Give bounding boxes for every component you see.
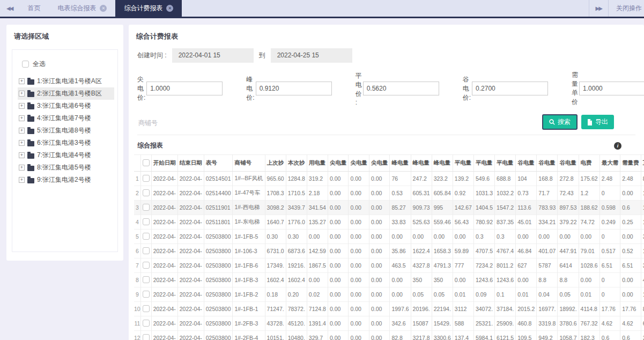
table-cell: 0.00 [369, 331, 390, 340]
table-cell: 0.00 [328, 331, 349, 340]
tab-2[interactable]: 综合计费报表✕ [115, 0, 182, 17]
select-all-checkbox[interactable] [22, 61, 29, 68]
table-cell: 247.2 [411, 172, 432, 186]
table-cell: 02514400 [204, 186, 233, 201]
expand-icon[interactable]: + [19, 177, 25, 183]
expand-icon[interactable]: + [19, 115, 25, 121]
expand-icon[interactable]: + [19, 152, 25, 158]
tree-item-7[interactable]: +7:张江集电港4号楼 [18, 149, 114, 161]
page-title: 综合计费报表 [129, 25, 644, 46]
table-cell: 2022-04- [177, 273, 204, 287]
sharp-price-input[interactable] [146, 82, 223, 95]
valley-price-input[interactable] [472, 82, 548, 95]
sharp-price-label: 尖电价: [137, 75, 145, 102]
row-checkbox[interactable] [143, 320, 150, 327]
table-cell: 272.8 [558, 172, 579, 186]
export-file-icon [587, 119, 593, 125]
row-checkbox[interactable] [143, 189, 150, 196]
table-cell: 965.60 [265, 172, 286, 186]
table-cell: 02503800 [204, 244, 233, 258]
select-all-rows-checkbox[interactable] [143, 159, 150, 166]
table-cell: 1#-2FB-3 [233, 316, 265, 331]
row-checkbox[interactable] [143, 218, 150, 225]
tree-item-6[interactable]: +6:张江集电港3号楼 [18, 137, 114, 149]
date-from-field[interactable]: 2022-04-01 15 [172, 48, 254, 63]
row-checkbox[interactable] [143, 305, 150, 312]
table-cell: 0.1 [495, 287, 516, 302]
checkbox-header [140, 155, 151, 172]
search-button[interactable]: 搜索 [542, 114, 578, 130]
tab-0[interactable]: 首页 [19, 0, 49, 17]
expand-icon[interactable]: + [19, 128, 25, 134]
export-button[interactable]: 导出 [581, 115, 614, 129]
tree-item-3[interactable]: +3:张江集电港6号楼 [18, 100, 114, 112]
table-cell: 1776.0 [286, 215, 307, 230]
table-cell: 15087 [411, 316, 432, 331]
table-cell: 1 [641, 244, 644, 258]
scroll-tabs-right-icon[interactable]: ▶▶ [589, 0, 608, 17]
row-checkbox[interactable] [143, 247, 150, 254]
demand-price-input[interactable] [579, 82, 644, 95]
table-cell: 605.84 [432, 186, 453, 201]
table-cell: 2022-04- [151, 244, 177, 258]
row-checkbox-cell [140, 172, 151, 186]
tree-item-5[interactable]: +5:张江集电港8号楼 [18, 124, 114, 137]
table-cell: 2015.2 [516, 302, 537, 316]
row-checkbox[interactable] [143, 233, 150, 240]
table-cell: 0.04 [537, 287, 558, 302]
table-cell: 2022-04- [177, 230, 204, 244]
table-cell: 30 [641, 230, 644, 244]
table-cell: 2022-04- [177, 258, 204, 273]
peak-price-field-group: 峰电价: [246, 75, 331, 102]
row-checkbox[interactable] [143, 276, 150, 283]
tree-item-2[interactable]: +2:张江集电港1号楼B区 [18, 87, 114, 100]
row-checkbox[interactable] [143, 291, 150, 298]
peak-price-input[interactable] [256, 82, 332, 95]
table-cell: 0.00 [369, 302, 390, 316]
search-button-label: 搜索 [558, 117, 571, 127]
expand-icon[interactable]: + [19, 91, 25, 97]
info-icon[interactable]: i [614, 142, 621, 150]
tab-close-icon[interactable]: ✕ [166, 5, 173, 12]
flat-price-input[interactable] [363, 82, 439, 95]
region-panel: 请选择区域 全选 +1:张江集电港1号楼A区+2:张江集电港1号楼B区+3:张江… [6, 25, 123, 261]
tree-item-4[interactable]: +4:张江集电港7号楼 [18, 112, 114, 124]
region-tree: 全选 +1:张江集电港1号楼A区+2:张江集电港1号楼B区+3:张江集电港6号楼… [12, 49, 118, 252]
table-cell: 168.8 [537, 172, 558, 186]
col-header-4: 上次抄 [265, 155, 286, 172]
table-cell: 2022-04- [151, 287, 177, 302]
table-cell: 0.00 [328, 215, 349, 230]
expand-icon[interactable]: + [19, 103, 25, 109]
table-cell: 1#-1FB-2 [233, 287, 265, 302]
row-checkbox[interactable] [143, 334, 150, 340]
collapse-tabs-icon[interactable]: ◀◀ [0, 0, 19, 17]
shop-number-input[interactable] [137, 115, 483, 130]
expand-icon[interactable]: + [19, 165, 25, 171]
tree-item-8[interactable]: +8:张江集电港5号楼 [18, 161, 114, 174]
table-cell: 142.67 [453, 201, 473, 215]
date-to-field[interactable]: 2022-04-25 15 [271, 48, 352, 63]
col-header-22: 互感器 [641, 155, 644, 172]
table-cell: 43728. [265, 316, 286, 331]
row-checkbox[interactable] [143, 204, 150, 211]
folder-icon [27, 129, 34, 134]
table-cell: 3098.2 [265, 201, 286, 215]
created-time-row: 创建时间 : 2022-04-01 15 到 2022-04-25 15 [137, 48, 635, 63]
row-checkbox[interactable] [143, 262, 150, 269]
close-operations-menu[interactable]: 关闭操作 [608, 0, 644, 17]
tree-item-1[interactable]: +1:张江集电港1号楼A区 [18, 75, 114, 87]
table-cell: 3300.6 [432, 331, 453, 340]
table-row: 32022-04-2022-04-025119011#-西电梯3098.2343… [134, 201, 644, 215]
tree-item-9[interactable]: +9:张江集电港2号楼 [18, 174, 114, 186]
table-cell: 22194. [432, 302, 453, 316]
col-header-5: 本次抄 [286, 155, 307, 172]
expand-icon[interactable]: + [19, 78, 25, 84]
table-cell: 0.00 [328, 273, 349, 287]
table-cell: 5984.1 [473, 331, 494, 340]
table-cell: 1#-东电梯 [233, 215, 265, 230]
expand-icon[interactable]: + [19, 140, 25, 146]
tab-1[interactable]: 电表综合报表✕ [49, 0, 115, 17]
row-checkbox[interactable] [143, 175, 150, 182]
table-cell: 6.51 [599, 258, 620, 273]
tab-close-icon[interactable]: ✕ [100, 5, 107, 12]
